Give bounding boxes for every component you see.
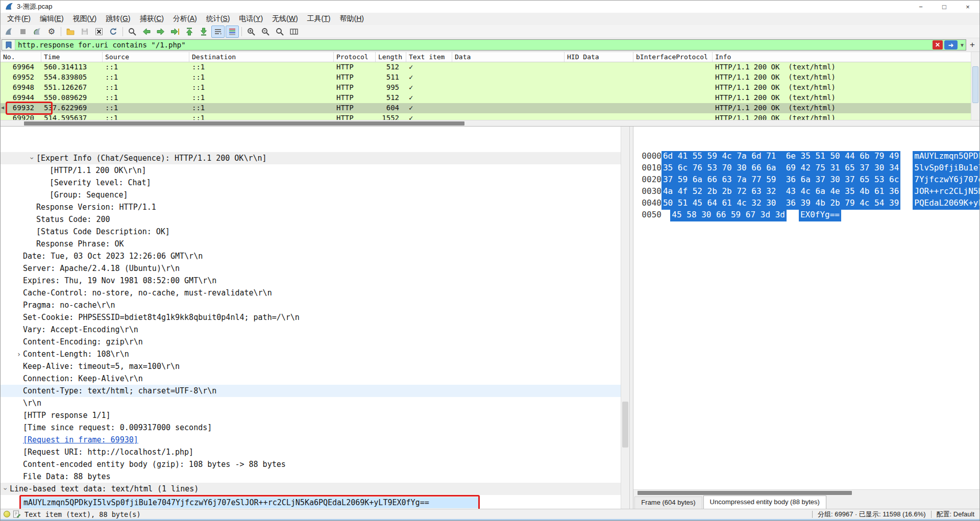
- detail-line[interactable]: ›Content-Length: 108\r\n: [1, 348, 629, 360]
- filter-add-button[interactable]: +: [966, 40, 978, 50]
- hex-row[interactable]: 004050 51 45 64 61 4c 32 30 36 39 4b 2b …: [642, 198, 979, 210]
- detail-line[interactable]: [Severity level: Chat]: [1, 177, 629, 189]
- find-packet-button[interactable]: [126, 26, 139, 38]
- menu-item[interactable]: 帮助(H): [335, 13, 369, 24]
- column-header[interactable]: Length: [376, 52, 406, 62]
- hex-row[interactable]: 002037 59 6a 66 63 7a 77 59 36 6a 37 30 …: [642, 175, 979, 186]
- detail-line[interactable]: Response Phrase: OK: [1, 238, 629, 250]
- filter-expression-text[interactable]: http.response_for.uri contains "/1.php": [15, 41, 933, 49]
- detail-line[interactable]: Cache-Control: no-store, no-cache, must-…: [1, 287, 629, 299]
- hex-row[interactable]: 001035 6c 76 53 70 30 66 6a 69 42 75 31 …: [642, 163, 979, 175]
- column-header[interactable]: Time: [41, 52, 103, 62]
- menu-item[interactable]: 统计(S): [202, 13, 235, 24]
- detail-line[interactable]: [HTTP response 1/1]: [1, 409, 629, 421]
- close-button[interactable]: ×: [956, 1, 979, 13]
- go-top-button[interactable]: [183, 26, 196, 38]
- go-bottom-button[interactable]: [197, 26, 210, 38]
- detail-line[interactable]: Date: Tue, 03 Oct 2023 12:26:06 GMT\r\n: [1, 250, 629, 262]
- detail-line[interactable]: mAUYLzmqn5QPDkyI5lvSp0fjiBu1e7047YjfczwY…: [1, 495, 629, 507]
- expand-arrow-icon[interactable]: ›: [15, 348, 23, 360]
- save-file-button[interactable]: [78, 26, 91, 38]
- packet-row[interactable]: 69948551.126267::1::1HTTP995✓HTTP/1.1 20…: [1, 83, 979, 93]
- column-header[interactable]: No.: [1, 52, 41, 62]
- detail-line[interactable]: [Group: Sequence]: [1, 189, 629, 201]
- detail-line[interactable]: ›[Expert Info (Chat/Sequence): HTTP/1.1 …: [1, 152, 629, 164]
- filter-clear-button[interactable]: ✕: [933, 40, 943, 49]
- menu-item[interactable]: 跳转(G): [101, 13, 135, 24]
- capture-stop-button[interactable]: [16, 26, 30, 38]
- detail-line[interactable]: File Data: 88 bytes: [1, 470, 629, 483]
- column-header[interactable]: Protocol: [334, 52, 376, 62]
- detail-line[interactable]: [HTTP/1.1 200 OK\r\n]: [1, 164, 629, 177]
- menu-item[interactable]: 电话(Y): [234, 13, 267, 24]
- detail-line[interactable]: Content-encoded entity body (gzip): 108 …: [1, 458, 629, 470]
- column-header[interactable]: Data: [452, 52, 565, 62]
- open-file-button[interactable]: [64, 26, 77, 38]
- menu-item[interactable]: 捕获(C): [135, 13, 168, 24]
- reload-button[interactable]: [107, 26, 120, 38]
- detail-line[interactable]: Content-Type: text/html; charset=UTF-8\r…: [1, 385, 629, 397]
- packet-row[interactable]: 69932537.622969::1::1HTTP604✓HTTP/1.1 20…: [1, 103, 979, 113]
- detail-line[interactable]: Response Version: HTTP/1.1: [1, 201, 629, 213]
- packet-row[interactable]: 69944550.089629::1::1HTTP512✓HTTP/1.1 20…: [1, 93, 979, 103]
- menu-item[interactable]: 编辑(E): [35, 13, 68, 24]
- bytes-horizontal-scrollbar[interactable]: [633, 489, 979, 495]
- auto-scroll-toggle[interactable]: [211, 26, 225, 38]
- scrollbar-thumb[interactable]: [622, 402, 628, 448]
- status-profile[interactable]: 配置: Default: [937, 510, 979, 519]
- detail-line[interactable]: Status Code: 200: [1, 213, 629, 226]
- details-vertical-scrollbar[interactable]: [621, 127, 629, 509]
- menu-item[interactable]: 工具(T): [303, 13, 335, 24]
- scrollbar-thumb[interactable]: [24, 121, 464, 126]
- menu-item[interactable]: 文件(F): [3, 13, 35, 24]
- collapse-arrow-icon[interactable]: ›: [1, 485, 12, 493]
- detail-line[interactable]: Server: Apache/2.4.18 (Ubuntu)\r\n: [1, 262, 629, 275]
- hex-row[interactable]: 00304a 4f 52 2b 2b 72 63 32 43 4c 6a 4e …: [642, 186, 979, 198]
- go-forward-button[interactable]: [154, 26, 167, 38]
- detail-line[interactable]: Content-Encoding: gzip\r\n: [1, 336, 629, 348]
- capture-restart-button[interactable]: [31, 26, 44, 38]
- detail-line[interactable]: [Status Code Description: OK]: [1, 226, 629, 238]
- close-capture-button[interactable]: [92, 26, 106, 38]
- detail-line[interactable]: [Request URI: http://localhost/1.php]: [1, 446, 629, 458]
- zoom-reset-button[interactable]: [273, 26, 286, 38]
- detail-line[interactable]: \r\n: [1, 397, 629, 409]
- colorize-toggle[interactable]: [226, 26, 239, 38]
- filter-dropdown-arrow-icon[interactable]: ▼: [959, 42, 966, 48]
- hex-row[interactable]: 00006d 41 55 59 4c 7a 6d 71 6e 35 51 50 …: [642, 151, 979, 163]
- packet-row[interactable]: 69920514.595637::1::1HTTP1552✓HTTP/1.1 2…: [1, 113, 979, 120]
- capture-options-button[interactable]: ⚙: [45, 26, 58, 38]
- resize-columns-button[interactable]: [287, 26, 301, 38]
- filter-apply-button[interactable]: ➜: [944, 40, 958, 49]
- capture-start-button[interactable]: [2, 26, 15, 38]
- capture-comment-icon[interactable]: [13, 510, 20, 518]
- scrollbar-thumb[interactable]: [972, 66, 978, 103]
- column-header[interactable]: Source: [103, 52, 189, 62]
- byte-source-tab[interactable]: Uncompressed entity body (88 bytes): [703, 495, 826, 509]
- scrollbar-thumb[interactable]: [638, 491, 852, 495]
- maximize-button[interactable]: □: [933, 1, 956, 13]
- column-header[interactable]: Text item: [406, 52, 452, 62]
- minimize-button[interactable]: −: [909, 1, 933, 13]
- column-header[interactable]: bInterfaceProtocol: [633, 52, 713, 62]
- packet-row[interactable]: 69952554.839805::1::1HTTP511✓HTTP/1.1 20…: [1, 72, 979, 83]
- byte-source-tab[interactable]: Frame (604 bytes): [634, 497, 702, 509]
- packet-list-horizontal-scrollbar[interactable]: [1, 120, 979, 126]
- detail-line[interactable]: Vary: Accept-Encoding\r\n: [1, 324, 629, 336]
- detail-line[interactable]: [Request in frame: 69930]: [1, 434, 629, 446]
- detail-line[interactable]: Set-Cookie: PHPSESSID=bdiet8t4g1k9kk8qbu…: [1, 311, 629, 324]
- expert-info-button[interactable]: [4, 511, 10, 517]
- hex-row[interactable]: 005045 58 30 66 59 67 3d 3dEX0fYg==: [642, 210, 979, 221]
- detail-line[interactable]: Keep-Alive: timeout=5, max=100\r\n: [1, 360, 629, 373]
- detail-line[interactable]: Expires: Thu, 19 Nov 1981 08:52:00 GMT\r…: [1, 275, 629, 287]
- detail-line[interactable]: Connection: Keep-Alive\r\n: [1, 373, 629, 385]
- detail-line[interactable]: [Time since request: 0.009317000 seconds…: [1, 421, 629, 434]
- column-header[interactable]: Destination: [189, 52, 334, 62]
- filter-bookmark-button[interactable]: [2, 40, 15, 50]
- go-to-packet-button[interactable]: [168, 26, 182, 38]
- detail-line[interactable]: ›Line-based text data: text/html (1 line…: [1, 483, 629, 495]
- zoom-in-button[interactable]: [244, 26, 258, 38]
- zoom-out-button[interactable]: [259, 26, 272, 38]
- pane-splitter[interactable]: [630, 127, 634, 509]
- menu-item[interactable]: 分析(A): [168, 13, 202, 24]
